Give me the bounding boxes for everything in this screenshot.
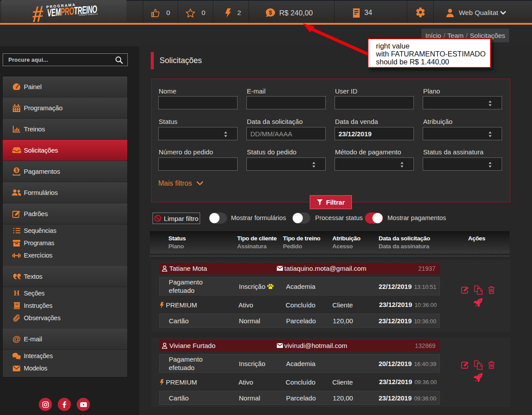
svg-text:$: $ bbox=[269, 9, 272, 16]
svg-text:$: $ bbox=[15, 168, 18, 173]
